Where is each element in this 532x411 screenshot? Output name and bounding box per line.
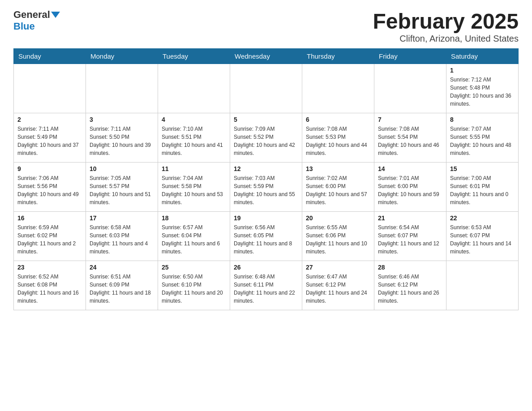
calendar-cell: 6Sunrise: 7:08 AM Sunset: 5:53 PM Daylig… <box>302 113 374 163</box>
day-number: 9 <box>17 165 82 172</box>
calendar-cell: 13Sunrise: 7:02 AM Sunset: 6:00 PM Dayli… <box>302 163 374 212</box>
day-info: Sunrise: 6:59 AM Sunset: 6:02 PM Dayligh… <box>17 223 82 256</box>
calendar-cell: 8Sunrise: 7:07 AM Sunset: 5:55 PM Daylig… <box>446 113 519 163</box>
day-number: 4 <box>162 116 226 123</box>
day-of-week-header: Friday <box>374 49 446 64</box>
calendar-cell: 2Sunrise: 7:11 AM Sunset: 5:49 PM Daylig… <box>14 113 86 163</box>
day-of-week-header: Saturday <box>446 49 519 64</box>
day-number: 21 <box>378 214 442 222</box>
day-number: 3 <box>90 116 154 123</box>
title-block: February 2025 Clifton, Arizona, United S… <box>373 9 519 44</box>
day-of-week-header: Tuesday <box>158 49 230 64</box>
day-info: Sunrise: 6:46 AM Sunset: 6:12 PM Dayligh… <box>378 273 442 305</box>
day-number: 5 <box>234 116 298 123</box>
day-info: Sunrise: 7:08 AM Sunset: 5:54 PM Dayligh… <box>378 125 442 157</box>
calendar-cell: 24Sunrise: 6:51 AM Sunset: 6:09 PM Dayli… <box>86 261 158 310</box>
calendar-cell <box>158 64 230 113</box>
calendar-week-row: 9Sunrise: 7:06 AM Sunset: 5:56 PM Daylig… <box>14 163 519 212</box>
day-info: Sunrise: 6:50 AM Sunset: 6:10 PM Dayligh… <box>162 273 226 305</box>
day-of-week-header: Monday <box>86 49 158 64</box>
calendar-cell <box>374 64 446 113</box>
calendar-week-row: 2Sunrise: 7:11 AM Sunset: 5:49 PM Daylig… <box>14 113 519 163</box>
day-number: 17 <box>90 214 154 222</box>
day-number: 28 <box>378 264 442 271</box>
calendar-week-row: 1Sunrise: 7:12 AM Sunset: 5:48 PM Daylig… <box>14 64 519 113</box>
day-number: 11 <box>162 165 226 172</box>
day-number: 26 <box>234 264 298 271</box>
calendar-cell <box>86 64 158 113</box>
month-title: February 2025 <box>373 9 519 34</box>
logo: General Blue <box>13 9 60 32</box>
day-info: Sunrise: 7:10 AM Sunset: 5:51 PM Dayligh… <box>162 125 226 157</box>
day-number: 18 <box>162 214 226 222</box>
calendar-cell <box>230 64 302 113</box>
day-number: 19 <box>234 214 298 222</box>
calendar-week-row: 23Sunrise: 6:52 AM Sunset: 6:08 PM Dayli… <box>14 261 519 310</box>
day-info: Sunrise: 7:09 AM Sunset: 5:52 PM Dayligh… <box>234 125 298 157</box>
day-number: 24 <box>90 264 154 271</box>
day-number: 27 <box>306 264 370 271</box>
day-info: Sunrise: 7:04 AM Sunset: 5:58 PM Dayligh… <box>162 174 226 206</box>
calendar-week-row: 16Sunrise: 6:59 AM Sunset: 6:02 PM Dayli… <box>14 212 519 261</box>
day-info: Sunrise: 7:12 AM Sunset: 5:48 PM Dayligh… <box>450 76 515 108</box>
day-info: Sunrise: 6:55 AM Sunset: 6:06 PM Dayligh… <box>306 223 370 256</box>
day-info: Sunrise: 7:05 AM Sunset: 5:57 PM Dayligh… <box>90 174 154 206</box>
calendar-cell <box>14 64 86 113</box>
day-info: Sunrise: 6:56 AM Sunset: 6:05 PM Dayligh… <box>234 223 298 256</box>
calendar-cell: 14Sunrise: 7:01 AM Sunset: 6:00 PM Dayli… <box>374 163 446 212</box>
day-number: 10 <box>90 165 154 172</box>
day-number: 6 <box>306 116 370 123</box>
calendar-cell: 21Sunrise: 6:54 AM Sunset: 6:07 PM Dayli… <box>374 212 446 261</box>
calendar-cell: 3Sunrise: 7:11 AM Sunset: 5:50 PM Daylig… <box>86 113 158 163</box>
day-info: Sunrise: 7:11 AM Sunset: 5:49 PM Dayligh… <box>17 125 82 157</box>
day-info: Sunrise: 6:53 AM Sunset: 6:07 PM Dayligh… <box>450 223 515 256</box>
location: Clifton, Arizona, United States <box>373 34 519 44</box>
day-info: Sunrise: 7:11 AM Sunset: 5:50 PM Dayligh… <box>90 125 154 157</box>
calendar-cell: 26Sunrise: 6:48 AM Sunset: 6:11 PM Dayli… <box>230 261 302 310</box>
day-number: 22 <box>450 214 515 222</box>
calendar-cell: 27Sunrise: 6:47 AM Sunset: 6:12 PM Dayli… <box>302 261 374 310</box>
calendar-table: SundayMondayTuesdayWednesdayThursdayFrid… <box>13 48 519 310</box>
day-number: 8 <box>450 116 515 123</box>
day-info: Sunrise: 6:52 AM Sunset: 6:08 PM Dayligh… <box>17 273 82 305</box>
calendar-cell: 11Sunrise: 7:04 AM Sunset: 5:58 PM Dayli… <box>158 163 230 212</box>
calendar-cell: 12Sunrise: 7:03 AM Sunset: 5:59 PM Dayli… <box>230 163 302 212</box>
calendar-cell: 15Sunrise: 7:00 AM Sunset: 6:01 PM Dayli… <box>446 163 519 212</box>
day-number: 14 <box>378 165 442 172</box>
day-number: 16 <box>17 214 82 222</box>
day-of-week-header: Wednesday <box>230 49 302 64</box>
day-of-week-header: Thursday <box>302 49 374 64</box>
day-info: Sunrise: 7:07 AM Sunset: 5:55 PM Dayligh… <box>450 125 515 157</box>
calendar-header: SundayMondayTuesdayWednesdayThursdayFrid… <box>14 49 519 64</box>
calendar-cell: 1Sunrise: 7:12 AM Sunset: 5:48 PM Daylig… <box>446 64 519 113</box>
page-header: General Blue February 2025 Clifton, Ariz… <box>13 9 519 44</box>
day-info: Sunrise: 6:57 AM Sunset: 6:04 PM Dayligh… <box>162 223 226 256</box>
calendar-cell: 4Sunrise: 7:10 AM Sunset: 5:51 PM Daylig… <box>158 113 230 163</box>
logo-blue-text: Blue <box>13 21 35 32</box>
calendar-cell: 20Sunrise: 6:55 AM Sunset: 6:06 PM Dayli… <box>302 212 374 261</box>
calendar-cell: 7Sunrise: 7:08 AM Sunset: 5:54 PM Daylig… <box>374 113 446 163</box>
calendar-cell: 28Sunrise: 6:46 AM Sunset: 6:12 PM Dayli… <box>374 261 446 310</box>
calendar-cell: 22Sunrise: 6:53 AM Sunset: 6:07 PM Dayli… <box>446 212 519 261</box>
calendar-cell: 23Sunrise: 6:52 AM Sunset: 6:08 PM Dayli… <box>14 261 86 310</box>
calendar-cell: 16Sunrise: 6:59 AM Sunset: 6:02 PM Dayli… <box>14 212 86 261</box>
calendar-cell: 9Sunrise: 7:06 AM Sunset: 5:56 PM Daylig… <box>14 163 86 212</box>
day-info: Sunrise: 7:00 AM Sunset: 6:01 PM Dayligh… <box>450 174 515 206</box>
calendar-cell <box>446 261 519 310</box>
day-info: Sunrise: 7:01 AM Sunset: 6:00 PM Dayligh… <box>378 174 442 206</box>
day-info: Sunrise: 6:58 AM Sunset: 6:03 PM Dayligh… <box>90 223 154 256</box>
day-number: 12 <box>234 165 298 172</box>
days-of-week-row: SundayMondayTuesdayWednesdayThursdayFrid… <box>14 49 519 64</box>
calendar-cell: 18Sunrise: 6:57 AM Sunset: 6:04 PM Dayli… <box>158 212 230 261</box>
day-info: Sunrise: 6:51 AM Sunset: 6:09 PM Dayligh… <box>90 273 154 305</box>
day-info: Sunrise: 6:54 AM Sunset: 6:07 PM Dayligh… <box>378 223 442 256</box>
day-number: 25 <box>162 264 226 271</box>
calendar-cell: 17Sunrise: 6:58 AM Sunset: 6:03 PM Dayli… <box>86 212 158 261</box>
day-number: 1 <box>450 67 515 74</box>
day-number: 13 <box>306 165 370 172</box>
day-info: Sunrise: 6:48 AM Sunset: 6:11 PM Dayligh… <box>234 273 298 305</box>
calendar-cell <box>302 64 374 113</box>
calendar-cell: 25Sunrise: 6:50 AM Sunset: 6:10 PM Dayli… <box>158 261 230 310</box>
day-info: Sunrise: 7:08 AM Sunset: 5:53 PM Dayligh… <box>306 125 370 157</box>
day-number: 23 <box>17 264 82 271</box>
